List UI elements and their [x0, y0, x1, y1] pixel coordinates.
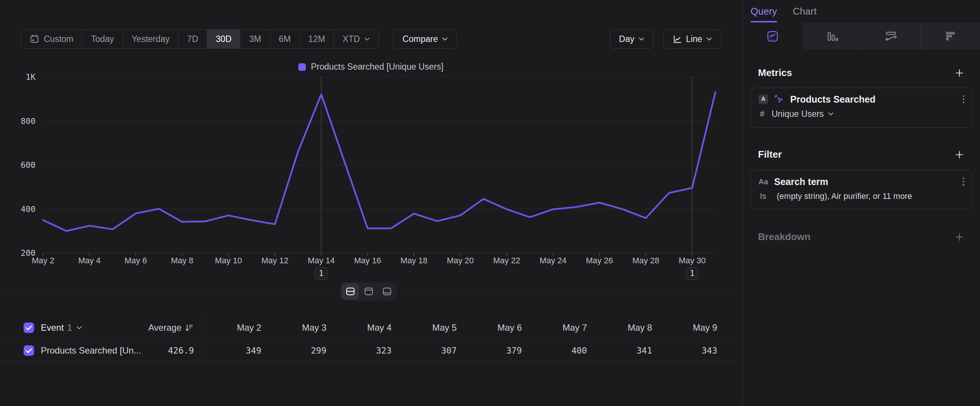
svg-text:May 30: May 30	[679, 256, 706, 265]
date-column-header[interactable]: May 4	[332, 322, 398, 333]
add-metric-button[interactable]	[955, 68, 964, 78]
legend-swatch	[298, 63, 306, 71]
filter-card[interactable]: Aa Search term Is (empty string), Air pu…	[751, 170, 972, 209]
date-column-header[interactable]: May 9	[658, 322, 723, 333]
split-view-icon	[345, 286, 356, 297]
svg-text:May 18: May 18	[401, 256, 428, 265]
metric-card[interactable]: A Products Searched # Unique Users	[751, 88, 972, 128]
measure-selector[interactable]: Unique Users	[772, 109, 824, 119]
results-table: Event 1 Average	[0, 315, 742, 361]
svg-text:May 8: May 8	[171, 256, 194, 265]
date-column-header[interactable]: May 2	[202, 322, 267, 333]
svg-text:800: 800	[21, 116, 35, 126]
analytics-app: Custom Today Yesterday 7D 30D 3M 6M 12M …	[0, 0, 980, 406]
tab-query[interactable]: Query	[751, 0, 777, 22]
row-values: 349299323307379400341343	[202, 346, 723, 355]
line-chart[interactable]: 2004006008001KMay 2May 4May 6May 8May 10…	[0, 73, 742, 270]
value-cell: 343	[658, 346, 723, 355]
top-panel-view-button[interactable]	[360, 283, 377, 299]
chart-type-button[interactable]: Line	[663, 29, 721, 49]
range-7d[interactable]: 7D	[178, 30, 207, 48]
bottom-panel-view-button[interactable]	[378, 283, 396, 299]
split-view-button[interactable]	[341, 283, 359, 299]
chevron-down-icon[interactable]	[76, 326, 82, 330]
insights-chart-icon	[766, 30, 779, 43]
svg-text:May 24: May 24	[539, 256, 566, 265]
bottom-panel-view-icon	[382, 286, 393, 297]
chevron-down-icon	[442, 37, 448, 41]
measure-type-icon: #	[760, 109, 764, 119]
granularity-button[interactable]: Day	[610, 29, 654, 49]
line-chart-icon	[673, 35, 682, 44]
grid-dots-icon	[944, 30, 957, 43]
range-yesterday[interactable]: Yesterday	[123, 30, 178, 48]
chart-legend: Products Searched [Unique Users]	[0, 62, 742, 72]
range-xtd[interactable]: XTD	[334, 30, 379, 48]
string-type-badge: Aa	[758, 178, 768, 186]
row-series-name[interactable]: Products Searched [Un...	[41, 345, 141, 356]
chart-toolbar: Custom Today Yesterday 7D 30D 3M 6M 12M …	[21, 29, 721, 49]
date-column-header[interactable]: May 5	[398, 322, 463, 333]
chevron-down-icon	[364, 37, 370, 41]
filter-operator[interactable]: Is	[760, 191, 770, 201]
range-6m[interactable]: 6M	[270, 30, 299, 48]
row-checkbox[interactable]	[24, 345, 34, 356]
add-filter-button[interactable]	[955, 150, 964, 159]
filter-title: Filter	[758, 149, 782, 160]
date-column-header[interactable]: May 8	[593, 322, 658, 333]
range-custom[interactable]: Custom	[21, 30, 82, 48]
date-column-header[interactable]: May 3	[267, 322, 332, 333]
date-columns: May 2May 3May 4May 5May 6May 7May 8May 9	[202, 322, 723, 333]
bar-chart-icon	[826, 30, 838, 43]
annotation-badge[interactable]: 1	[315, 267, 328, 280]
tab-insights[interactable]	[743, 22, 802, 50]
kebab-menu-icon[interactable]	[963, 95, 965, 104]
svg-text:600: 600	[21, 160, 35, 170]
add-breakdown-button[interactable]	[955, 232, 964, 242]
chevron-down-icon[interactable]	[828, 112, 834, 116]
value-cell: 341	[593, 346, 658, 355]
range-12m[interactable]: 12M	[299, 30, 334, 48]
event-pointer-icon	[774, 94, 784, 105]
value-cell: 400	[528, 346, 593, 355]
filter-section-header: Filter	[758, 149, 964, 160]
svg-text:May 22: May 22	[493, 256, 520, 265]
svg-text:May 2: May 2	[32, 256, 54, 265]
metric-name[interactable]: Products Searched	[790, 94, 875, 105]
range-custom-label: Custom	[44, 34, 73, 44]
tab-grid-dots[interactable]	[921, 22, 980, 50]
date-column-header[interactable]: May 7	[528, 322, 593, 333]
value-cell: 323	[332, 346, 398, 355]
sort-descending-icon[interactable]	[185, 323, 194, 332]
flows-icon	[885, 30, 897, 43]
range-3m[interactable]: 3M	[240, 30, 270, 48]
legend-label: Products Searched [Unique Users]	[311, 62, 443, 72]
chevron-down-icon	[706, 37, 712, 41]
filter-property-name[interactable]: Search term	[774, 177, 828, 187]
breakdown-title: Breakdown	[758, 231, 810, 243]
metric-letter-badge: A	[758, 94, 768, 104]
annotation-badge[interactable]: 1	[686, 267, 698, 280]
calendar-icon	[30, 34, 39, 44]
range-today[interactable]: Today	[82, 30, 123, 48]
svg-text:400: 400	[21, 204, 35, 214]
tab-chart[interactable]: Chart	[793, 0, 817, 22]
event-count: 1	[67, 322, 72, 333]
tab-bar-chart[interactable]	[802, 22, 861, 50]
report-type-tabs	[743, 22, 980, 50]
kebab-menu-icon[interactable]	[963, 177, 965, 186]
metrics-title: Metrics	[758, 67, 792, 79]
tab-flows[interactable]	[861, 22, 921, 50]
date-column-header[interactable]: May 6	[463, 322, 528, 333]
filter-value[interactable]: (empty string), Air purifier, or 11 more	[777, 191, 912, 201]
svg-text:May 16: May 16	[354, 256, 381, 265]
svg-text:May 26: May 26	[586, 256, 613, 265]
range-30d[interactable]: 30D	[207, 30, 240, 48]
toolbar-right-group: Day Line	[610, 29, 721, 49]
select-all-checkbox[interactable]	[24, 322, 34, 333]
compare-button[interactable]: Compare	[393, 29, 457, 49]
chevron-down-icon	[639, 37, 644, 41]
layout-toggle	[340, 282, 397, 301]
svg-text:May 20: May 20	[447, 256, 474, 265]
average-column-label: Average	[148, 322, 181, 333]
